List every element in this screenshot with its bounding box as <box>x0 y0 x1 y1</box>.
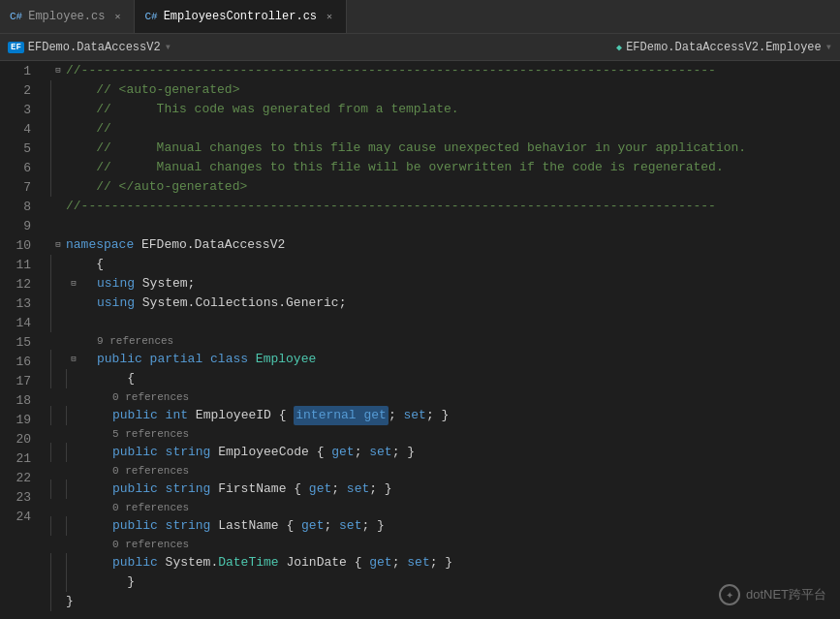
code-line-7: // </auto-generated> <box>50 177 840 197</box>
breadcrumb-right: ◆ EFDemo.DataAccessV2.Employee ▾ <box>616 40 832 54</box>
line-21-set: set <box>407 553 429 573</box>
line-18-code: EmployeeCode { <box>218 443 331 462</box>
ref-label-19: 0 references <box>112 461 189 480</box>
code-line-8: //--------------------------------------… <box>50 197 840 216</box>
line-17-rest: ; <box>389 406 404 425</box>
code-line-1: ⊟ //------------------------------------… <box>50 61 840 80</box>
code-block-17: 0 references public int EmployeeID { int… <box>50 388 840 425</box>
code-line-12: ⊟ using System; <box>50 274 840 294</box>
line-num-17: 17 <box>0 371 39 390</box>
line-15-partial: partial <box>150 350 210 369</box>
line-10-keyword: namespace <box>66 235 141 255</box>
collapse-btn-12[interactable]: ⊟ <box>66 276 81 292</box>
code-line-15: ⊟ public partial class Employee <box>50 350 840 369</box>
line-8-text: //--------------------------------------… <box>66 197 716 216</box>
line-num-11: 11 <box>0 255 39 274</box>
line-17-int: int <box>166 406 196 425</box>
ref-label-15: 9 references <box>97 331 173 351</box>
code-line-24 <box>50 611 840 619</box>
line-15-pub: public <box>97 350 150 369</box>
line-4-text: // <box>66 119 111 139</box>
collapse-btn-15[interactable]: ⊟ <box>66 352 81 367</box>
code-line-22: } <box>50 573 840 592</box>
line-3-text: // This code was generated from a templa… <box>66 100 459 119</box>
line-19-str: string <box>166 480 219 499</box>
code-block-20: 0 references public string LastName { ge… <box>50 499 840 536</box>
line-6-text: // Manual changes to this file will be o… <box>66 158 724 177</box>
line-num-3: 3 <box>0 100 39 119</box>
line-21-jd: JoinDate { <box>286 553 369 573</box>
breadcrumb-ef-icon: EF <box>8 42 24 53</box>
line-21-sys: System. <box>166 553 219 573</box>
code-content[interactable]: ⊟ //------------------------------------… <box>47 61 840 619</box>
line-19-get: get <box>309 480 331 499</box>
line-num-14: 14 <box>0 313 39 332</box>
line-21-get: get <box>369 553 391 573</box>
line-12-ns: System; <box>142 274 196 294</box>
code-line-14 <box>50 313 840 332</box>
breadcrumb-left: EF EFDemo.DataAccessV2 ▾ <box>8 40 612 54</box>
line-num-1: 1 <box>0 61 39 80</box>
line-17-set: set <box>403 406 425 425</box>
code-block-21: 0 references public System.DateTime Join… <box>50 536 840 573</box>
code-editor[interactable]: 1 2 3 4 5 6 7 8 9 10 11 12 13 14 15 16 1… <box>0 61 840 619</box>
tab-employee-cs[interactable]: C# Employee.cs ✕ <box>0 0 135 33</box>
collapse-btn-1[interactable]: ⊟ <box>50 63 66 78</box>
tab-label-employee: Employee.cs <box>28 10 105 23</box>
breadcrumb-class-path: EFDemo.DataAccessV2.Employee <box>626 41 822 54</box>
tab-close-controller[interactable]: ✕ <box>323 10 336 23</box>
line-20-pub: public <box>112 516 166 536</box>
code-line-5: // Manual changes to this file may cause… <box>50 139 840 158</box>
line-12-using: using <box>97 274 142 294</box>
tab-label-controller: EmployeesController.cs <box>164 10 317 23</box>
ref-label-20: 0 references <box>112 498 189 517</box>
code-line-13: using System.Collections.Generic; <box>50 294 840 313</box>
line-19-fn: FirstName { <box>218 480 309 499</box>
line-num-15: 15 <box>0 332 39 352</box>
line-19-set: set <box>347 480 369 499</box>
code-line-20: public string LastName { get; set; } <box>50 516 840 536</box>
line-num-18: 18 <box>0 390 39 410</box>
line-20-str: string <box>166 516 219 536</box>
code-line-4: // <box>50 119 840 139</box>
code-line-18: public string EmployeeCode { get; set; } <box>50 443 840 462</box>
code-line-11: { <box>50 255 840 274</box>
line-21-dt: DateTime <box>218 553 286 573</box>
code-line-16: { <box>50 369 840 388</box>
code-line-10: ⊟ namespace EFDemo.DataAccessV2 <box>50 235 840 255</box>
line-17-internal-get: internal get <box>294 406 389 425</box>
ref-label-17: 0 references <box>112 387 189 407</box>
line-num-2: 2 <box>0 80 39 100</box>
breadcrumb-bar: EF EFDemo.DataAccessV2 ▾ ◆ EFDemo.DataAc… <box>0 34 840 61</box>
line-numbers-gutter: 1 2 3 4 5 6 7 8 9 10 11 12 13 14 15 16 1… <box>0 61 47 619</box>
line-23-brace: } <box>66 592 74 611</box>
tab-employees-controller[interactable]: C# EmployeesController.cs ✕ <box>135 0 347 33</box>
tab-close-employee[interactable]: ✕ <box>110 10 124 23</box>
line-num-20: 20 <box>0 429 39 449</box>
line-num-19: 19 <box>0 410 39 429</box>
code-block-15: 9 references ⊟ public partial class Empl… <box>50 332 840 369</box>
code-line-3: // This code was generated from a templa… <box>50 100 840 119</box>
line-19-pub: public <box>112 480 166 499</box>
line-16-brace: { <box>97 369 135 388</box>
line-13-ns: System.Collections.Generic; <box>142 294 347 313</box>
line-num-23: 23 <box>0 487 39 507</box>
line-num-9: 9 <box>0 216 39 235</box>
breadcrumb-namespace: EFDemo.DataAccessV2 <box>28 41 161 54</box>
collapse-btn-10[interactable]: ⊟ <box>50 237 66 253</box>
code-block-19: 0 references public string FirstName { g… <box>50 462 840 499</box>
code-line-17: public int EmployeeID { internal get; se… <box>50 406 840 425</box>
line-15-class: class <box>210 350 256 369</box>
code-line-15-ref: 9 references <box>50 332 840 350</box>
line-1-text: //--------------------------------------… <box>66 61 716 80</box>
code-line-21: public System.DateTime JoinDate { get; s… <box>50 553 840 573</box>
code-line-17-ref: 0 references <box>50 388 840 406</box>
line-num-13: 13 <box>0 294 39 313</box>
line-18-get: get <box>331 443 354 462</box>
code-line-21-ref: 0 references <box>50 536 840 553</box>
line-22-brace: } <box>97 573 135 592</box>
code-line-2: // <auto-generated> <box>50 80 840 100</box>
line-18-pub: public <box>112 443 166 462</box>
ref-label-18: 5 references <box>112 424 189 444</box>
line-18-str: string <box>166 443 219 462</box>
